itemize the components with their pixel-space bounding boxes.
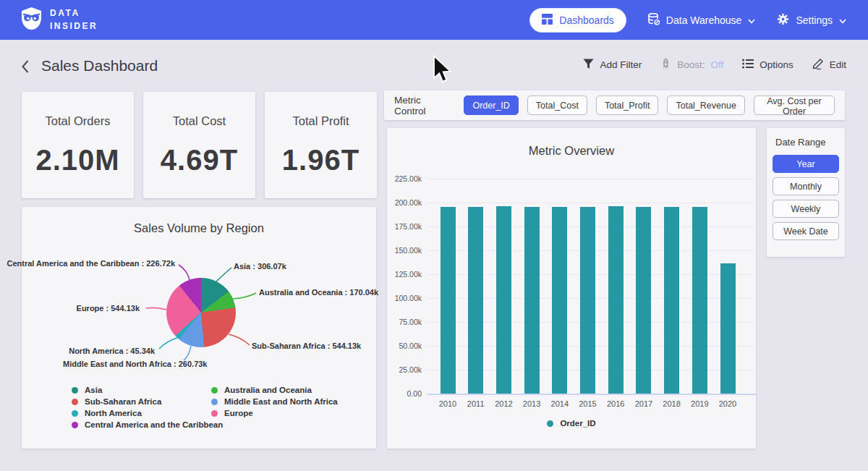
bar-2020[interactable] bbox=[720, 263, 736, 394]
back-button[interactable] bbox=[20, 59, 35, 74]
bar-2019[interactable] bbox=[692, 207, 707, 394]
pie-slice-label-europe: Europe : 544.13k bbox=[77, 304, 140, 313]
kpi-value: 4.69T bbox=[161, 144, 238, 177]
gridline bbox=[427, 203, 754, 203]
bar-2010[interactable] bbox=[441, 207, 456, 394]
x-axis-tick-label: 2011 bbox=[460, 399, 492, 408]
brand-logo[interactable]: DATA INSIDER bbox=[22, 7, 98, 33]
bar-2014[interactable] bbox=[552, 207, 567, 394]
nav-settings-label: Settings bbox=[796, 14, 833, 26]
boost-state-value: Off bbox=[710, 59, 723, 70]
metric-overview-chart: Metric Overview 0.0025.00k50.00k75.00k10… bbox=[387, 128, 756, 449]
date-range-options: YearMonthlyWeeklyWeek Date bbox=[773, 155, 839, 240]
y-axis-tick-label: 200.00k bbox=[387, 198, 422, 207]
date-range-panel: Date Range YearMonthlyWeeklyWeek Date bbox=[767, 128, 845, 257]
gear-icon bbox=[777, 13, 789, 27]
pie-slice-label-middle-east-and-north-africa: Middle East and North Africa : 260.73k bbox=[63, 360, 207, 368]
x-axis-tick-label: 2018 bbox=[656, 399, 688, 408]
pie-legend-item-middle-east-and-north-africa[interactable]: Middle East and North Africa bbox=[211, 397, 338, 406]
legend-dot-icon bbox=[72, 387, 78, 394]
pie-legend-item-north-america[interactable]: North America bbox=[72, 409, 142, 417]
metric-option-total-revenue[interactable]: Total_Revenue bbox=[667, 96, 744, 115]
nav-data-warehouse-button[interactable]: Data Warehouse bbox=[648, 13, 756, 27]
y-axis-tick-label: 225.00k bbox=[387, 174, 422, 183]
legend-label: Europe bbox=[224, 409, 253, 417]
bar-2017[interactable] bbox=[636, 207, 651, 394]
bar-legend-item[interactable]: Order_ID bbox=[387, 419, 756, 428]
funnel-icon bbox=[583, 59, 594, 72]
kpi-card-total-profit: Total Profit 1.96T bbox=[265, 92, 377, 198]
chevron-down-icon bbox=[839, 14, 846, 26]
database-icon bbox=[648, 13, 660, 27]
legend-dot-icon bbox=[547, 420, 553, 427]
metric-control-options: Order_IDTotal_CostTotal_ProfitTotal_Reve… bbox=[464, 96, 835, 115]
bar-2018[interactable] bbox=[664, 207, 679, 394]
mouse-cursor-icon bbox=[433, 55, 453, 87]
legend-label: Central America and the Caribbean bbox=[85, 420, 223, 429]
date-range-label: Date Range bbox=[775, 137, 839, 148]
bar-2013[interactable] bbox=[524, 207, 540, 394]
metric-option-total-cost[interactable]: Total_Cost bbox=[527, 96, 587, 115]
nav-settings-button[interactable]: Settings bbox=[777, 13, 846, 27]
pie-chart[interactable] bbox=[166, 278, 236, 347]
y-axis-tick-label: 125.00k bbox=[387, 270, 422, 279]
metric-option-total-profit[interactable]: Total_Profit bbox=[596, 96, 659, 115]
kpi-card-total-cost: Total Cost 4.69T bbox=[143, 92, 255, 198]
pie-chart-title: Sales Volume by Region bbox=[22, 221, 376, 235]
pie-slice-label-asia: Asia : 306.07k bbox=[234, 262, 286, 271]
y-axis-tick-label: 100.00k bbox=[387, 294, 422, 302]
pie-legend-item-sub-saharan-africa[interactable]: Sub-Saharan Africa bbox=[72, 397, 161, 406]
date-range-year[interactable]: Year bbox=[773, 155, 839, 173]
metric-option-order-id[interactable]: Order_ID bbox=[464, 96, 518, 115]
pie-legend-item-asia[interactable]: Asia bbox=[72, 386, 102, 394]
y-axis-tick-label: 75.00k bbox=[387, 318, 422, 326]
y-axis-tick-label: 25.00k bbox=[387, 365, 422, 374]
bar-chart-title: Metric Overview bbox=[387, 144, 756, 158]
kpi-value: 1.96T bbox=[282, 144, 359, 177]
rocket-icon bbox=[660, 58, 671, 72]
list-icon bbox=[742, 59, 754, 71]
legend-label: Asia bbox=[85, 386, 102, 394]
pie-legend-item-central-america-and-the-caribbean[interactable]: Central America and the Caribbean bbox=[72, 420, 223, 429]
nav-dashboards-button[interactable]: Dashboards bbox=[529, 8, 626, 33]
metric-control-bar: Metric Control Order_IDTotal_CostTotal_P… bbox=[384, 90, 845, 120]
boost-toggle[interactable]: Boost: Off bbox=[660, 58, 723, 72]
legend-dot-icon bbox=[211, 399, 218, 405]
pie-slice-label-central-america-and-the-caribbean: Central America and the Caribbean : 226.… bbox=[7, 259, 175, 268]
legend-dot-icon bbox=[72, 399, 78, 405]
pie-legend-item-europe[interactable]: Europe bbox=[211, 409, 253, 417]
edit-button[interactable]: Edit bbox=[812, 58, 846, 72]
kpi-value: 2.10M bbox=[35, 144, 119, 177]
chevron-down-icon bbox=[748, 14, 755, 26]
bar-2011[interactable] bbox=[468, 207, 483, 394]
legend-label: Middle East and North Africa bbox=[224, 397, 338, 406]
header-actions: Add Filter Boost: Off Options bbox=[583, 58, 846, 72]
add-filter-button[interactable]: Add Filter bbox=[583, 59, 642, 72]
x-axis-tick-label: 2012 bbox=[488, 399, 519, 408]
y-axis-tick-label: 50.00k bbox=[387, 341, 422, 350]
brand-name: DATA INSIDER bbox=[50, 7, 98, 33]
nav-data-warehouse-label: Data Warehouse bbox=[666, 14, 742, 26]
x-axis-tick-label: 2013 bbox=[516, 399, 548, 408]
kpi-label: Total Profit bbox=[293, 114, 349, 128]
bar-2016[interactable] bbox=[608, 206, 624, 394]
x-axis-tick-label: 2010 bbox=[432, 399, 464, 408]
date-range-weekly[interactable]: Weekly bbox=[773, 200, 839, 218]
date-range-monthly[interactable]: Monthly bbox=[773, 177, 839, 195]
bar-2015[interactable] bbox=[580, 207, 595, 394]
y-axis-tick-label: 0.00 bbox=[387, 389, 422, 398]
legend-dot-icon bbox=[211, 387, 218, 394]
pie-slice-label-sub-saharan-africa: Sub-Saharan Africa : 544.13k bbox=[252, 341, 361, 350]
y-axis-tick-label: 175.00k bbox=[387, 222, 422, 231]
bar-legend-label: Order_ID bbox=[560, 419, 595, 428]
legend-label: Sub-Saharan Africa bbox=[85, 397, 161, 406]
bar-2012[interactable] bbox=[496, 206, 511, 394]
top-navbar: DATA INSIDER Dashboards bbox=[0, 0, 868, 40]
date-range-week-date[interactable]: Week Date bbox=[773, 222, 839, 240]
kpi-label: Total Orders bbox=[46, 114, 111, 128]
pie-legend-item-australia-and-oceania[interactable]: Australia and Oceania bbox=[211, 386, 312, 394]
legend-dot-icon bbox=[211, 410, 218, 417]
x-axis-tick-label: 2015 bbox=[572, 399, 604, 408]
metric-option-avg-cost-per-order[interactable]: Avg. Cost per Order bbox=[754, 96, 835, 115]
options-button[interactable]: Options bbox=[742, 59, 793, 71]
